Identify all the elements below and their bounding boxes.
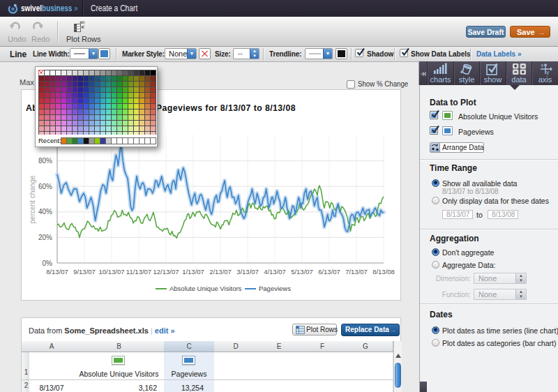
svg-text:Absolute Unique Visitors: Absolute Unique Visitors — [169, 285, 242, 292]
svg-text:1/13/07: 1/13/07 — [182, 268, 204, 276]
svg-text:3/13/07: 3/13/07 — [236, 268, 259, 276]
svg-text:8/13/07: 8/13/07 — [46, 268, 68, 276]
svg-text:percent change: percent change — [29, 175, 36, 223]
svg-text:2/13/07: 2/13/07 — [209, 268, 232, 276]
svg-text:11/13/07: 11/13/07 — [126, 268, 151, 276]
svg-text:9/13/07: 9/13/07 — [73, 268, 96, 276]
svg-text:0%: 0% — [43, 259, 53, 267]
svg-text:12/13/07: 12/13/07 — [153, 268, 179, 276]
svg-text:10/13/07: 10/13/07 — [99, 268, 125, 276]
svg-text:y: y — [547, 70, 550, 75]
svg-text:Pageviews: Pageviews — [259, 285, 291, 292]
svg-text:4/13/07: 4/13/07 — [264, 268, 286, 276]
svg-text:5/13/07: 5/13/07 — [291, 268, 313, 276]
svg-text:60%: 60% — [38, 183, 52, 190]
svg-text:x: x — [541, 63, 544, 68]
svg-text:6/13/07: 6/13/07 — [318, 268, 340, 276]
svg-text:8/13/08: 8/13/08 — [372, 268, 395, 276]
svg-text:7/13/07: 7/13/07 — [345, 268, 368, 276]
svg-text:40%: 40% — [38, 208, 52, 216]
svg-text:80%: 80% — [38, 157, 52, 165]
svg-text:20%: 20% — [38, 234, 52, 241]
